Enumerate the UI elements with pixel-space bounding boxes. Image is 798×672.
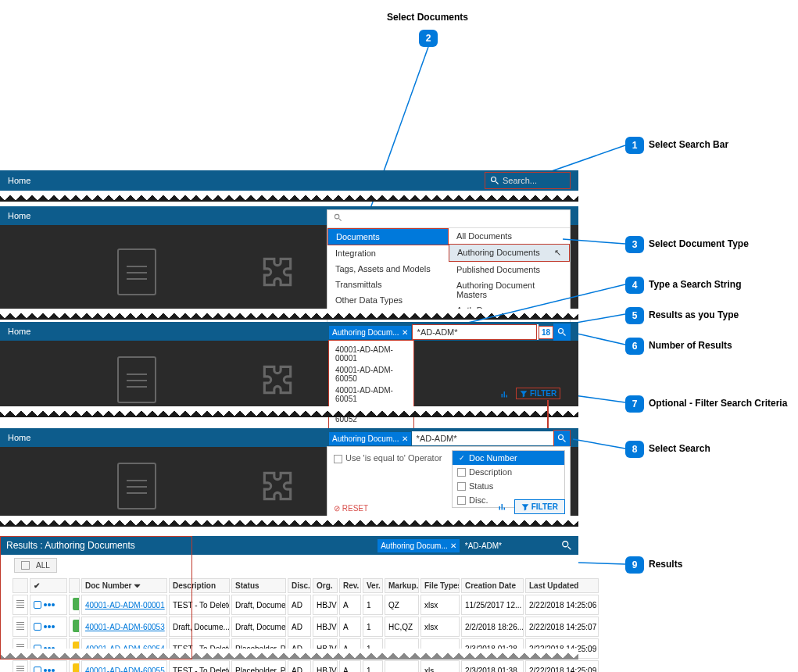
col-ver[interactable]: Ver.: [363, 578, 383, 593]
cell-rev: A: [339, 595, 361, 615]
svg-point-2: [492, 177, 496, 182]
cell-disc: AD: [288, 660, 311, 672]
type-authoring-documents[interactable]: Authoring Documents↖: [449, 244, 570, 262]
category-transmittals[interactable]: Transmittals: [327, 277, 449, 292]
suggestion-item[interactable]: 40001-AD-ADM-60050: [335, 364, 407, 384]
col-markup[interactable]: Markup...: [385, 578, 419, 593]
callout-3-label: Select Document Type: [649, 238, 749, 249]
cell-creation-date: 11/25/2017 12...: [461, 595, 524, 615]
col-status[interactable]: Status: [231, 578, 286, 593]
col-creation-date[interactable]: Creation Date: [461, 578, 524, 593]
callout-5-label: Results as you Type: [649, 309, 739, 320]
reset-button[interactable]: ⊘ RESET: [334, 504, 368, 513]
drag-icon[interactable]: [16, 600, 24, 608]
more-icon[interactable]: [44, 603, 47, 606]
puzzle-icon: [258, 466, 297, 506]
more-icon[interactable]: [44, 625, 47, 628]
col-actions: ✔: [30, 578, 67, 593]
category-documents[interactable]: Documents: [327, 228, 449, 245]
category-integration[interactable]: Integration: [327, 245, 449, 261]
cell-rev: A: [339, 660, 361, 672]
callout-2-badge: 2: [419, 30, 438, 47]
search-text-input[interactable]: *AD-ADM*: [412, 324, 537, 340]
category-tags[interactable]: Tags, Assets and Models: [327, 261, 449, 277]
chart-icon[interactable]: [498, 502, 507, 511]
cell-org: HBJV: [313, 595, 338, 615]
cell-filetype: xls: [420, 660, 460, 672]
search-text-input[interactable]: *AD-ADM*: [412, 431, 553, 445]
col-rev[interactable]: Rev.: [339, 578, 361, 593]
callout-1-badge: 1: [625, 137, 644, 154]
filter-panel: Use 'is equal to' Operator Doc Number De…: [327, 446, 571, 518]
filter-button[interactable]: FILTER: [516, 388, 560, 399]
all-filter-chip[interactable]: ALL: [14, 558, 57, 573]
col-last-updated[interactable]: Last Updated: [525, 578, 599, 593]
search-type-chip[interactable]: Authoring Docum...✕: [328, 325, 412, 340]
more-icon[interactable]: [44, 669, 47, 672]
cell-markup: QZ: [385, 595, 419, 615]
filter-field-doc-number[interactable]: Doc Number: [453, 451, 564, 465]
close-icon[interactable]: ✕: [402, 328, 408, 337]
cell-ver: 1: [363, 617, 383, 637]
search-icon[interactable]: [561, 540, 572, 551]
table-row[interactable]: 40001-AD-ADM-60053 Draft, Docume... Draf…: [13, 617, 599, 637]
col-org[interactable]: Org.: [313, 578, 338, 593]
suggestion-item[interactable]: 40001-AD-ADM-00001: [335, 344, 407, 364]
doc-number-link[interactable]: 40001-AD-ADM-60055: [85, 667, 165, 673]
svg-rect-17: [504, 391, 506, 398]
filter-field-description[interactable]: Description: [453, 465, 564, 479]
file-badge-icon: [73, 663, 80, 672]
cell-org: HBJV: [313, 660, 338, 672]
type-published-documents[interactable]: Published Documents: [449, 262, 570, 277]
svg-rect-18: [506, 395, 508, 397]
cell-description: TEST - To Delete QZ: [169, 595, 230, 615]
search-input[interactable]: Search...: [485, 172, 571, 189]
apply-filter-button[interactable]: FILTER: [514, 499, 565, 514]
type-authoring-masters[interactable]: Authoring Document Masters: [449, 277, 570, 302]
callout-9-label: Results: [649, 559, 682, 570]
tree-icon[interactable]: [34, 623, 41, 631]
doc-number-link[interactable]: 40001-AD-ADM-00001: [85, 601, 165, 609]
tree-icon[interactable]: [34, 601, 41, 609]
col-disc[interactable]: Disc.: [288, 578, 311, 593]
cell-creation-date: 2/3/2018 01:38...: [461, 660, 524, 672]
close-icon[interactable]: ✕: [402, 434, 408, 443]
type-all-documents[interactable]: All Documents: [449, 228, 570, 244]
search-button[interactable]: [553, 323, 571, 341]
chart-icon[interactable]: [500, 389, 510, 399]
callout-8-badge: 8: [625, 441, 644, 458]
doc-number-link[interactable]: 40001-AD-ADM-60053: [85, 623, 165, 631]
tree-icon[interactable]: [34, 667, 41, 672]
document-icon: [117, 248, 156, 295]
callout-5-badge: 5: [625, 307, 644, 324]
cell-ver: 1: [363, 660, 383, 672]
search-button[interactable]: [553, 430, 571, 447]
result-count: 18: [539, 326, 553, 339]
col-description[interactable]: Description: [169, 578, 230, 593]
header-bar-1: Home Search...: [0, 170, 578, 191]
search-type-chip[interactable]: Authoring Docum...✕: [377, 538, 460, 553]
col-select: [13, 578, 28, 593]
col-file-types[interactable]: File Types: [420, 578, 460, 593]
category-other[interactable]: Other Data Types: [327, 292, 449, 308]
cell-creation-date: 2/2/2018 18:26...: [461, 617, 524, 637]
drag-icon[interactable]: [16, 622, 24, 630]
document-icon: [117, 356, 156, 403]
svg-line-3: [496, 182, 499, 184]
callout-6-label: Number of Results: [649, 340, 732, 351]
table-row[interactable]: 40001-AD-ADM-00001 TEST - To Delete QZ D…: [13, 595, 599, 615]
svg-line-26: [568, 547, 571, 550]
cell-status: Draft, Docume...: [231, 617, 286, 637]
table-row[interactable]: 40001-AD-ADM-60055 TEST - To Delete QZ P…: [13, 660, 599, 672]
suggestion-item[interactable]: 40001-AD-ADM-60051: [335, 384, 407, 405]
cell-disc: AD: [288, 617, 311, 637]
drag-icon[interactable]: [16, 666, 24, 672]
dropdown-search-icon[interactable]: [327, 210, 570, 228]
svg-point-25: [563, 542, 568, 547]
search-type-chip[interactable]: Authoring Docum...✕: [328, 431, 412, 446]
col-doc-number[interactable]: Doc Number ⏷: [81, 578, 167, 593]
cell-ver: 1: [363, 595, 383, 615]
close-icon[interactable]: ✕: [450, 542, 456, 550]
filter-field-status[interactable]: Status: [453, 479, 564, 493]
callout-1-label: Select Search Bar: [649, 139, 728, 150]
